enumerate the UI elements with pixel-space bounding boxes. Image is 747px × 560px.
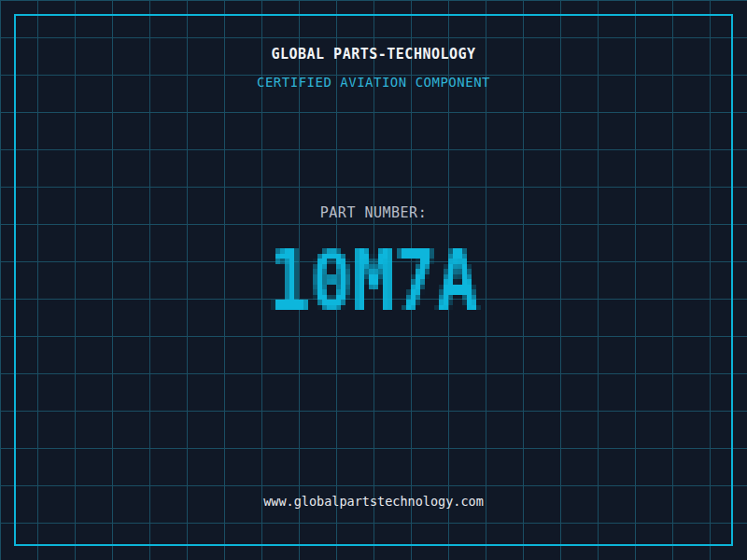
- website-url: www.globalpartstechnology.com: [0, 494, 747, 509]
- certification-text: CERTIFIED AVIATION COMPONENT: [0, 75, 747, 90]
- part-number-label: PART NUMBER:: [0, 204, 747, 221]
- part-number-display: [261, 238, 486, 330]
- part-number-text: 10M7A: [0, 0, 1, 1]
- aviation-part-label: GLOBAL PARTS-TECHNOLOGY CERTIFIED AVIATI…: [0, 0, 747, 560]
- company-name: GLOBAL PARTS-TECHNOLOGY: [0, 46, 747, 63]
